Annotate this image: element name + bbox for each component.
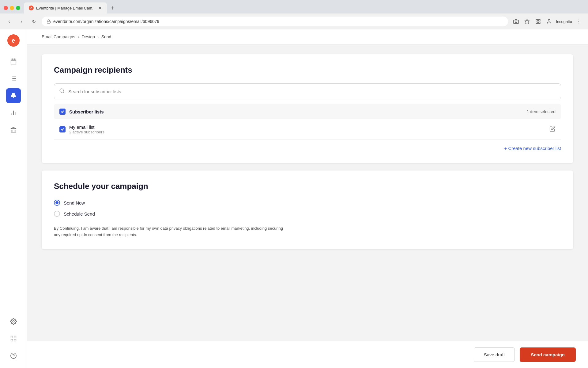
sidebar-item-venue[interactable] — [6, 123, 21, 137]
svg-point-8 — [579, 20, 579, 20]
radio-send-now-circle[interactable] — [54, 200, 60, 206]
breadcrumb-sep-1: › — [78, 34, 79, 39]
list-item-subscribers: 2 active subscribers. — [69, 130, 546, 134]
minimize-window-btn[interactable] — [10, 6, 14, 10]
sidebar-item-lists[interactable] — [6, 71, 21, 86]
search-icon — [59, 88, 65, 95]
svg-point-10 — [579, 23, 579, 23]
breadcrumb-design[interactable]: Design — [81, 34, 95, 39]
tab-favicon: e — [29, 6, 34, 10]
lock-icon — [47, 19, 51, 24]
select-all-checkbox[interactable] — [59, 109, 66, 115]
incognito-label: Incognito — [556, 19, 572, 24]
tab-title: Eventbrite | Manage Email Cam... — [36, 6, 96, 10]
svg-marker-2 — [525, 19, 530, 24]
reload-btn[interactable]: ↻ — [29, 17, 38, 26]
recipients-title: Campaign recipients — [54, 65, 561, 75]
tab-manager-icon[interactable] — [534, 17, 542, 26]
main-content: Email Campaigns › Design › Send Campaign… — [27, 29, 588, 368]
radio-schedule-send[interactable]: Schedule Send — [54, 211, 561, 217]
sidebar-item-campaigns[interactable] — [6, 88, 21, 103]
svg-rect-4 — [539, 19, 540, 21]
list-header-label: Subscriber lists — [69, 109, 523, 114]
breadcrumb-sep-2: › — [97, 34, 99, 39]
close-window-btn[interactable] — [4, 6, 8, 10]
sidebar-item-settings[interactable] — [6, 314, 21, 329]
svg-point-30 — [13, 320, 14, 322]
disclaimer-text: By Continuing, I am aware that I am resp… — [54, 225, 287, 238]
sidebar: e — [0, 29, 27, 368]
subscriber-list-item[interactable]: My email list 2 active subscribers. — [54, 120, 561, 140]
create-new-subscriber-list-btn[interactable]: + Create new subscriber list — [54, 140, 561, 152]
svg-point-35 — [10, 353, 16, 358]
url-text: eventbrite.com/organizations/campaigns/e… — [53, 19, 159, 24]
sidebar-item-apps[interactable] — [6, 331, 21, 346]
list-item-checkbox[interactable] — [59, 126, 66, 132]
svg-line-38 — [63, 92, 64, 93]
schedule-title: Schedule your campaign — [54, 182, 561, 191]
browser-tab[interactable]: e Eventbrite | Manage Email Cam... ✕ — [24, 2, 107, 13]
breadcrumb: Email Campaigns › Design › Send — [27, 29, 588, 44]
radio-send-now[interactable]: Send Now — [54, 200, 561, 206]
camera-icon[interactable] — [512, 17, 520, 26]
svg-rect-32 — [14, 336, 16, 338]
svg-point-37 — [60, 89, 63, 92]
svg-marker-29 — [11, 127, 16, 129]
radio-send-now-label: Send Now — [64, 200, 85, 205]
schedule-section: Schedule your campaign Send Now Schedule… — [42, 171, 573, 249]
svg-rect-34 — [14, 339, 16, 341]
maximize-window-btn[interactable] — [16, 6, 20, 10]
more-btn[interactable] — [575, 17, 583, 26]
sidebar-item-calendar[interactable] — [6, 54, 21, 69]
subscriber-lists-header[interactable]: Subscriber lists 1 item selected — [54, 104, 561, 119]
profile-icon[interactable] — [545, 17, 553, 26]
logo[interactable]: e — [7, 34, 20, 47]
items-selected-text: 1 item selected — [527, 109, 556, 114]
recipients-section: Campaign recipients Subscriber lists 1 i… — [42, 54, 573, 163]
new-tab-btn[interactable]: + — [109, 3, 115, 13]
radio-schedule-send-label: Schedule Send — [64, 211, 95, 217]
svg-rect-0 — [47, 21, 51, 23]
search-bar[interactable] — [54, 83, 561, 99]
list-item-name: My email list — [69, 125, 546, 130]
radio-send-now-dot — [55, 201, 58, 204]
svg-rect-5 — [536, 22, 537, 24]
sidebar-item-help[interactable] — [6, 348, 21, 363]
svg-rect-6 — [539, 22, 540, 24]
svg-point-9 — [579, 21, 579, 22]
sidebar-item-analytics[interactable] — [6, 105, 21, 120]
svg-rect-11 — [11, 59, 16, 64]
svg-rect-3 — [536, 19, 537, 21]
address-bar[interactable]: eventbrite.com/organizations/campaigns/e… — [42, 17, 508, 26]
svg-rect-31 — [11, 336, 13, 338]
send-campaign-button[interactable]: Send campaign — [520, 347, 576, 362]
tab-close-btn[interactable]: ✕ — [98, 5, 102, 11]
breadcrumb-send: Send — [101, 34, 111, 39]
svg-point-1 — [515, 21, 517, 23]
search-input[interactable] — [68, 89, 556, 94]
back-btn[interactable]: ‹ — [5, 17, 13, 26]
schedule-radio-group: Send Now Schedule Send — [54, 200, 561, 217]
save-draft-button[interactable]: Save draft — [474, 347, 515, 362]
breadcrumb-email-campaigns[interactable]: Email Campaigns — [42, 34, 75, 39]
radio-schedule-send-circle[interactable] — [54, 211, 60, 217]
svg-point-7 — [548, 19, 550, 21]
edit-list-icon[interactable] — [549, 126, 556, 133]
svg-rect-33 — [11, 339, 13, 341]
footer-bar: Save draft Send campaign — [27, 341, 588, 368]
forward-btn[interactable]: › — [17, 17, 26, 26]
star-icon[interactable] — [523, 17, 531, 26]
